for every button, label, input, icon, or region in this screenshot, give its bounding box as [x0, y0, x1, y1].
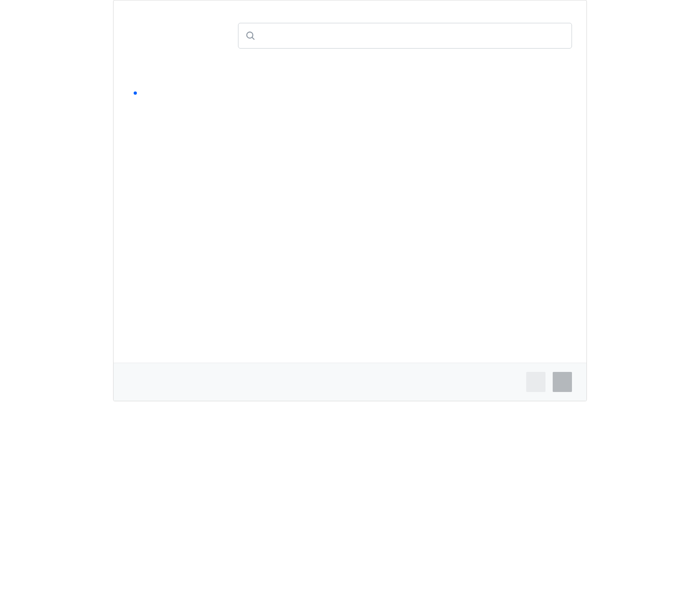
sidebar-item-sso[interactable] — [128, 130, 238, 140]
sidebar-item-passwords[interactable] — [128, 88, 238, 98]
sidebar-item-team-folders[interactable] — [128, 140, 238, 150]
sidebar-item-logins[interactable] — [128, 57, 238, 67]
sidebar-item-team-policies[interactable] — [128, 150, 238, 161]
sidebar-item-reports[interactable] — [128, 98, 238, 109]
svg-point-0 — [247, 32, 253, 38]
search-icon — [245, 30, 256, 41]
search-field-wrap — [238, 23, 572, 49]
search-input[interactable] — [238, 23, 572, 49]
sidebar-item-sharing[interactable] — [128, 109, 238, 119]
svg-line-1 — [252, 37, 254, 40]
sidebar-item-paper[interactable] — [128, 77, 238, 88]
active-dot-icon — [134, 91, 137, 95]
sidebar-item-groups[interactable] — [128, 46, 238, 57]
cancel-button[interactable] — [526, 372, 545, 392]
sidebar — [114, 14, 238, 363]
sidebar-item-showcase[interactable] — [128, 119, 238, 130]
sidebar-item-two-factor-authentication[interactable] — [128, 171, 238, 182]
modal-title — [114, 0, 586, 14]
footer-actions — [526, 372, 572, 392]
sidebar-item-team-profile[interactable] — [128, 161, 238, 171]
modal-footer — [114, 363, 586, 401]
sidebar-item-file-operations[interactable] — [128, 25, 238, 36]
modal-body — [114, 14, 586, 363]
sidebar-item-members[interactable] — [128, 67, 238, 77]
content — [238, 14, 586, 363]
add-activities-modal — [113, 0, 587, 401]
sidebar-item-files-requests[interactable] — [128, 36, 238, 46]
add-activity-button[interactable] — [553, 372, 572, 392]
